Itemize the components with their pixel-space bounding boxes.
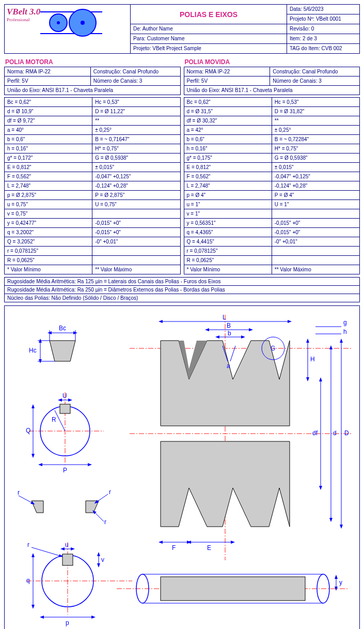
- movida-head-table: Norma: RMA IP-22Construção: Canal Profun…: [184, 67, 360, 95]
- svg-rect-49: [161, 577, 305, 601]
- data-cell: G = Ø 0,5938": [92, 154, 180, 163]
- dim-d: d: [333, 429, 337, 437]
- data-cell: * Valor Mínimo: [184, 265, 272, 274]
- motora-data-table: Bc = 0,62"Hc = 0,53"d = Ø 10,9"D = Ø 11,…: [4, 97, 181, 274]
- motora-uniao: União do Eixo: ANSI B17.1 - Chaveta Para…: [5, 86, 181, 95]
- logo-icon: [40, 7, 102, 39]
- data-cell: g* = 0,172": [5, 154, 92, 163]
- hdr-de: De: Author Name: [130, 24, 287, 34]
- header-info: POLIAS E EIXOS Data: 5/6/2023 Projeto Nº…: [130, 4, 359, 54]
- hdr-item: Item: 2 de 3: [287, 34, 359, 44]
- data-cell: -0,047" +0,125": [272, 172, 359, 181]
- data-cell: df = Ø 9,72": [5, 116, 92, 126]
- motora-canais: Número de Canais: 3: [90, 76, 180, 86]
- data-cell: **: [272, 116, 359, 126]
- data-cell: D = Ø 31,82": [272, 107, 359, 116]
- data-cell: R = 0,0625": [5, 256, 92, 265]
- data-cell: y = 0,56351": [184, 219, 272, 228]
- svg-line-22: [94, 512, 104, 521]
- data-cell: a = 40°: [5, 126, 92, 135]
- data-cell: [272, 247, 359, 256]
- data-cell: p = Ø 4": [184, 191, 272, 200]
- data-cell: F = 0,562": [184, 172, 272, 181]
- dim-L: L: [223, 314, 226, 321]
- data-cell: F = 0,562": [5, 172, 92, 181]
- data-cell: ± 0,25°: [272, 126, 359, 135]
- data-cell: Q = 4,4415": [184, 237, 272, 247]
- data-cell: v = 1": [184, 209, 272, 219]
- dim-r3: r: [104, 518, 106, 526]
- data-cell: D = Ø 11,22": [92, 107, 180, 116]
- dim-r2: r: [109, 488, 111, 496]
- data-cell: [272, 209, 359, 219]
- dim-Q: Q: [26, 427, 30, 434]
- motora-norma: Norma: RMA IP-22: [5, 67, 91, 76]
- data-cell: u = 1": [184, 200, 272, 209]
- dim-D: D: [344, 429, 349, 437]
- data-cell: y = 0,42477": [5, 219, 92, 228]
- data-cell: ± 0,015": [272, 163, 359, 172]
- movida-data-table: Bc = 0,62"Hc = 0,53"d = Ø 31,5"D = Ø 31,…: [184, 97, 360, 274]
- data-cell: b = 0,6": [184, 135, 272, 144]
- movida-canais: Número de Canais: 3: [270, 76, 360, 86]
- data-cell: Hc = 0,53": [272, 98, 359, 107]
- data-cell: d = Ø 31,5": [184, 107, 272, 116]
- note-r1: Rugosidade Média Aritmética: Ra 125 µin …: [4, 277, 360, 286]
- data-cell: [92, 256, 180, 265]
- dim-rl: r: [27, 541, 29, 548]
- data-cell: * Valor Mínimo: [5, 265, 92, 274]
- hdr-para: Para: Customer Name: [130, 34, 287, 44]
- data-cell: -0" +0,01": [272, 237, 359, 247]
- data-cell: B = ~ 0,72284": [272, 135, 359, 144]
- data-cell: -0,124" +0,28": [272, 181, 359, 191]
- data-cell: -0,015" +0": [272, 219, 359, 228]
- dim-q: q: [26, 577, 30, 584]
- hdr-tag: TAG do Item: CVB 002: [287, 44, 359, 54]
- motora-perfil: Perfil: 5V: [5, 76, 91, 86]
- data-cell: h = 0,16": [184, 144, 272, 154]
- data-cell: L = 2,748": [184, 181, 272, 191]
- data-cell: P = Ø 2,875": [92, 191, 180, 200]
- motora-head-table: Norma: RMA IP-22Construção: Canal Profun…: [4, 67, 181, 95]
- data-cell: **: [92, 116, 180, 126]
- svg-line-20: [19, 496, 33, 503]
- dim-a: a: [227, 362, 230, 370]
- data-cell: d = Ø 10,9": [5, 107, 92, 116]
- data-cell: R = 0,0625": [184, 256, 272, 265]
- logo-box: VBelt 3.0 Professional: [4, 4, 130, 54]
- data-cell: U = 0,75": [92, 200, 180, 209]
- header-grid: VBelt 3.0 Professional POLIAS E EIXOS Da…: [4, 4, 360, 54]
- data-cell: [92, 209, 180, 219]
- dim-B: B: [227, 322, 231, 329]
- dim-h: h: [343, 328, 347, 335]
- dim-U: U: [62, 392, 67, 400]
- data-cell: Bc = 0,62": [184, 98, 272, 107]
- data-cell: -0" +0,01": [92, 237, 180, 247]
- movida-title: POLIA MOVIDA: [185, 58, 360, 66]
- data-cell: ± 0,25°: [92, 126, 180, 135]
- data-cell: Bc = 0,62": [5, 98, 92, 107]
- dim-r1: r: [18, 489, 20, 496]
- dim-v: v: [101, 556, 104, 563]
- notes-block: Rugosidade Média Aritmética: Ra 125 µin …: [4, 277, 360, 302]
- data-cell: P = Ø 4": [272, 191, 359, 200]
- svg-line-28: [31, 547, 61, 556]
- svg-rect-15: [60, 404, 70, 413]
- hdr-projeto: Projeto: VBelt Project Sample: [130, 44, 287, 54]
- data-cell: E = 0,812": [184, 163, 272, 172]
- hdr-projno: Projeto Nº: VBelt 0001: [287, 14, 359, 24]
- data-cell: b = 0,6": [5, 135, 92, 144]
- dim-bc: Bc: [59, 325, 66, 332]
- dim-b: b: [228, 330, 231, 337]
- brand-subtitle: Professional: [7, 17, 40, 22]
- data-cell: Q = 3,2052": [5, 237, 92, 247]
- polia-movida: POLIA MOVIDA Norma: RMA IP-22Construção:…: [184, 56, 360, 274]
- data-cell: [272, 256, 359, 265]
- dim-u: u: [65, 541, 69, 548]
- data-cell: L = 2,748": [5, 181, 92, 191]
- brand-name: VBelt 3.0: [7, 7, 40, 17]
- data-cell: H* = 0,75": [272, 144, 359, 154]
- movida-constr: Construção: Canal Profundo: [270, 67, 360, 76]
- data-cell: q = 3,2002": [5, 228, 92, 237]
- data-cell: -0,015" +0": [272, 228, 359, 237]
